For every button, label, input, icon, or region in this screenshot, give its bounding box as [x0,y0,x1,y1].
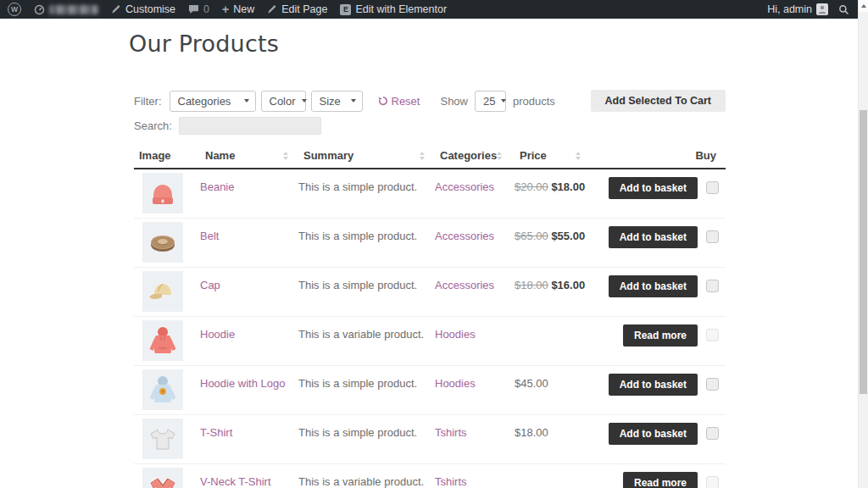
column-header[interactable]: Price [509,149,591,162]
new-content-link[interactable]: + New [222,3,254,15]
product-image[interactable] [142,468,183,488]
product-price: $18.00 $16.00 [515,279,585,291]
product-summary: This is a variable product. [298,475,424,488]
column-header-label: Image [134,149,171,162]
table-row: Cap This is a simple product. Accessorie… [134,268,726,317]
reset-filters-button[interactable]: Reset [378,95,420,108]
table-toolbar: Filter: Categories Color Size [134,90,726,112]
add-to-basket-button[interactable]: Add to basket [609,275,698,297]
scrollbar-up-arrow[interactable] [859,0,868,12]
edit-page-link[interactable]: Edit Page [267,3,327,15]
buy-checkbox[interactable] [706,427,719,440]
search-row: Search: [134,117,726,135]
customize-link[interactable]: Customise [111,3,175,15]
column-header[interactable]: Summary [298,149,435,162]
product-price: $18.00 [515,426,548,439]
product-name-link[interactable]: Hoodie [200,328,235,341]
product-image[interactable] [142,271,183,312]
product-category-link[interactable]: Hoodies [435,328,476,341]
product-category-link[interactable]: Tshirts [435,426,467,439]
categories-filter-select[interactable]: Categories [170,91,256,112]
buy-checkbox[interactable] [706,181,719,194]
site-menu[interactable] [34,4,98,15]
product-image[interactable] [142,222,183,263]
comments-count: 0 [203,3,209,15]
product-summary: This is a simple product. [298,426,417,439]
scrollbar-thumb[interactable] [860,110,867,394]
column-header[interactable]: Categories [435,149,509,162]
table-body: Beanie This is a simple product. Accesso… [134,169,726,488]
column-header: Image [134,149,200,162]
product-price: $20.00 $18.00 [515,180,585,193]
product-category-link[interactable]: Tshirts [435,475,467,488]
account-menu[interactable]: Hi, admin [767,3,828,15]
size-filter-select[interactable]: Size [311,91,363,112]
product-name-link[interactable]: Belt [200,230,219,242]
read-more-button[interactable]: Read more [623,472,698,488]
product-category-link[interactable]: Accessories [435,279,494,291]
comment-bubble-icon [188,4,199,14]
product-price: $45.00 [515,377,548,390]
add-to-basket-button[interactable]: Add to basket [609,423,698,445]
product-image[interactable] [142,369,183,410]
show-label: Show [440,95,468,108]
product-name-link[interactable]: Hoodie with Logo [200,377,285,390]
buy-checkbox[interactable] [706,378,719,391]
buy-checkbox[interactable] [706,280,719,292]
product-image[interactable] [142,173,183,214]
page-content: Our Products Filter: Categories Color Si… [0,19,858,488]
categories-filter-value: Categories [178,95,231,108]
sort-icon [576,152,581,160]
table-row: Belt This is a simple product. Accessori… [134,219,726,268]
color-filter-select[interactable]: Color [261,91,306,112]
products-label: products [513,95,555,108]
search-label: Search: [134,119,172,132]
wp-logo-menu[interactable]: W [8,3,21,16]
comments-link[interactable]: 0 [188,3,209,15]
add-to-basket-button[interactable]: Add to basket [609,374,698,396]
admin-search-button[interactable] [838,4,849,15]
column-header-label: Name [200,149,235,162]
buy-checkbox[interactable] [706,230,719,243]
wp-admin-bar: W Customise 0 [0,0,858,19]
product-name-link[interactable]: T-Shirt [200,426,232,439]
product-name-link[interactable]: V-Neck T-Shirt [200,475,271,488]
product-name-link[interactable]: Beanie [200,180,234,193]
product-category-link[interactable]: Accessories [435,230,494,242]
add-to-basket-button[interactable]: Add to basket [609,177,698,199]
page-length-select[interactable]: 25 [475,91,506,112]
add-to-basket-button[interactable]: Add to basket [609,226,698,248]
search-input[interactable] [179,117,321,135]
edit-with-elementor-link[interactable]: E Edit with Elementor [340,3,447,15]
product-price: $65.00 $55.00 [515,230,585,242]
new-label: New [233,3,254,15]
product-summary: This is a simple product. [298,180,417,193]
product-summary: This is a simple product. [298,279,417,291]
column-header-label: Buy [690,149,716,162]
column-header-label: Price [515,149,547,162]
edit-page-label: Edit Page [281,3,327,15]
chevron-down-icon [302,99,307,103]
search-icon [838,4,849,15]
scrollbar[interactable] [858,0,868,488]
product-name-link[interactable]: Cap [200,279,220,291]
chevron-down-icon [244,99,249,103]
product-summary: This is a variable product. [298,328,424,341]
column-header-label: Categories [435,149,497,162]
add-selected-to-cart-button[interactable]: Add Selected To Cart [591,90,726,112]
product-image[interactable] [142,419,183,459]
wordpress-logo-icon: W [8,3,21,16]
product-image[interactable] [142,320,183,361]
buy-checkbox[interactable] [706,476,719,488]
read-more-button[interactable]: Read more [623,324,698,347]
product-category-link[interactable]: Hoodies [435,377,476,390]
filter-label: Filter: [134,95,162,108]
product-table: Image Name Summary Categories Price Buy … [134,144,726,488]
elementor-label: Edit with Elementor [355,3,447,15]
chevron-down-icon [501,99,506,103]
product-category-link[interactable]: Accessories [435,180,494,193]
column-header[interactable]: Name [200,149,298,162]
buy-checkbox[interactable] [706,329,719,341]
page-title: Our Products [129,30,726,57]
avatar [816,3,828,15]
